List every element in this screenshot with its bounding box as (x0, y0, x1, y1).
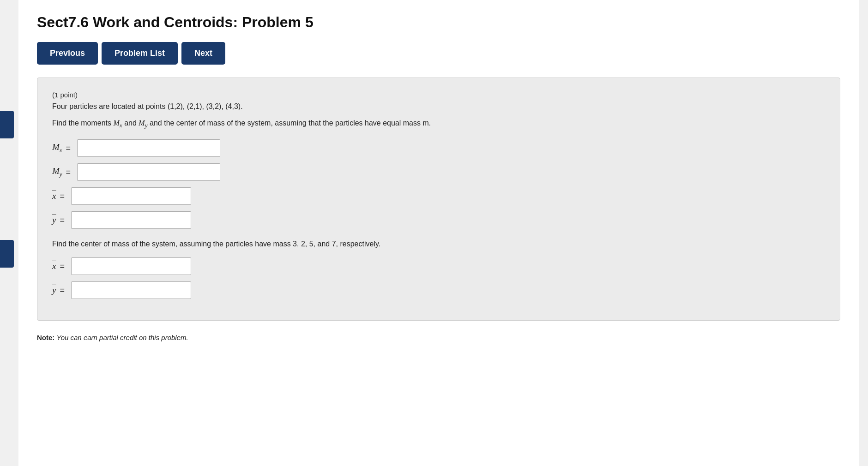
mx-input[interactable] (77, 139, 220, 157)
moment-prompt: Find the moments Mx and My and the cente… (52, 119, 825, 129)
ybar2-label: y (52, 285, 56, 295)
sidebar-tab-1 (0, 111, 14, 138)
ybar2-equals: = (60, 286, 65, 295)
my-input[interactable] (77, 163, 220, 181)
ybar1-label: y (52, 215, 56, 225)
second-part-prompt: Find the center of mass of the system, a… (52, 240, 825, 248)
previous-button[interactable]: Previous (37, 42, 98, 65)
nav-buttons: Previous Problem List Next (37, 42, 840, 65)
page-title: Sect7.6 Work and Centroids: Problem 5 (37, 14, 840, 31)
ybar1-input[interactable] (71, 211, 191, 229)
xbar1-label: x (52, 191, 56, 201)
xbar2-row: x = (52, 257, 825, 275)
problem-list-button[interactable]: Problem List (102, 42, 178, 65)
my-row: My = (52, 163, 825, 181)
mx-label: Mx (52, 142, 62, 154)
xbar2-input[interactable] (71, 257, 191, 275)
xbar1-row: x = (52, 187, 825, 205)
mx-equals: = (66, 143, 71, 153)
ybar2-input[interactable] (71, 281, 191, 299)
my-label: My (52, 166, 62, 178)
next-button[interactable]: Next (181, 42, 225, 65)
note-section: Note: You can earn partial credit on thi… (37, 334, 840, 341)
ybar1-equals: = (60, 215, 65, 225)
points-label: (1 point) (52, 91, 825, 99)
page-wrapper: Sect7.6 Work and Centroids: Problem 5 Pr… (18, 0, 859, 466)
xbar1-equals: = (60, 191, 65, 201)
xbar2-label: x (52, 261, 56, 271)
problem-box: (1 point) Four particles are located at … (37, 78, 840, 321)
problem-description: Four particles are located at points (1,… (52, 102, 825, 111)
mx-row: Mx = (52, 139, 825, 157)
ybar1-row: y = (52, 211, 825, 229)
xbar2-equals: = (60, 262, 65, 271)
sidebar-tab-2 (0, 240, 14, 268)
note-label: Note: (37, 334, 54, 341)
my-equals: = (66, 167, 71, 177)
ybar2-row: y = (52, 281, 825, 299)
note-text: You can earn partial credit on this prob… (57, 334, 188, 341)
xbar1-input[interactable] (71, 187, 191, 205)
